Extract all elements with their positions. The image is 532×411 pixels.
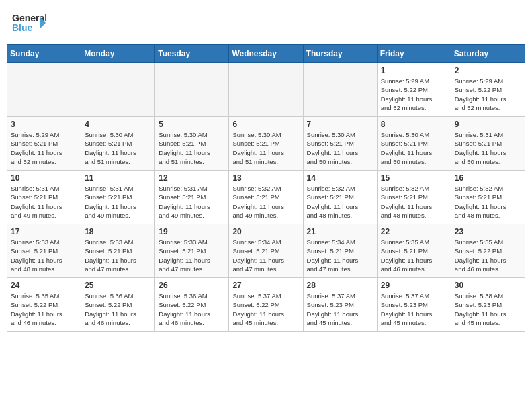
calendar-cell: 26Sunrise: 5:36 AMSunset: 5:22 PMDayligh…: [155, 278, 229, 332]
calendar-cell: 16Sunrise: 5:32 AMSunset: 5:21 PMDayligh…: [451, 171, 525, 224]
week-row-4: 17Sunrise: 5:33 AMSunset: 5:21 PMDayligh…: [7, 224, 525, 278]
day-number: 2: [455, 66, 521, 75]
calendar-cell: 2Sunrise: 5:29 AMSunset: 5:22 PMDaylight…: [451, 63, 525, 117]
calendar-cell: 29Sunrise: 5:37 AMSunset: 5:23 PMDayligh…: [377, 278, 451, 332]
calendar-cell: 15Sunrise: 5:32 AMSunset: 5:21 PMDayligh…: [377, 171, 451, 224]
calendar-cell: 8Sunrise: 5:30 AMSunset: 5:21 PMDaylight…: [377, 117, 451, 171]
svg-text:Blue: Blue: [12, 22, 33, 33]
day-info: Sunrise: 5:37 AMSunset: 5:22 PMDaylight:…: [232, 291, 299, 327]
calendar-cell: 9Sunrise: 5:31 AMSunset: 5:21 PMDaylight…: [451, 117, 525, 171]
day-info: Sunrise: 5:29 AMSunset: 5:22 PMDaylight:…: [455, 77, 521, 112]
day-info: Sunrise: 5:33 AMSunset: 5:21 PMDaylight:…: [85, 238, 151, 273]
day-info: Sunrise: 5:34 AMSunset: 5:21 PMDaylight:…: [307, 238, 373, 273]
day-number: 4: [85, 120, 151, 129]
calendar-cell: 18Sunrise: 5:33 AMSunset: 5:21 PMDayligh…: [81, 224, 155, 278]
day-info: Sunrise: 5:38 AMSunset: 5:23 PMDaylight:…: [455, 291, 521, 327]
day-info: Sunrise: 5:36 AMSunset: 5:22 PMDaylight:…: [85, 291, 151, 327]
weekday-header-sunday: Sunday: [7, 45, 81, 63]
day-info: Sunrise: 5:31 AMSunset: 5:21 PMDaylight:…: [11, 184, 77, 220]
logo-icon: General Blue: [12, 11, 46, 38]
day-info: Sunrise: 5:31 AMSunset: 5:21 PMDaylight:…: [85, 184, 151, 220]
calendar-cell: 27Sunrise: 5:37 AMSunset: 5:22 PMDayligh…: [229, 278, 303, 332]
day-info: Sunrise: 5:32 AMSunset: 5:21 PMDaylight:…: [232, 184, 299, 220]
weekday-header-tuesday: Tuesday: [155, 45, 229, 63]
page-header: General Blue: [7, 7, 525, 42]
calendar-cell: 10Sunrise: 5:31 AMSunset: 5:21 PMDayligh…: [7, 171, 81, 224]
calendar-cell: [303, 63, 377, 117]
day-number: 1: [381, 66, 447, 75]
day-number: 11: [85, 173, 151, 183]
day-info: Sunrise: 5:37 AMSunset: 5:23 PMDaylight:…: [381, 291, 447, 327]
calendar-cell: 19Sunrise: 5:33 AMSunset: 5:21 PMDayligh…: [155, 224, 229, 278]
day-info: Sunrise: 5:31 AMSunset: 5:21 PMDaylight:…: [159, 184, 225, 220]
calendar-cell: 21Sunrise: 5:34 AMSunset: 5:21 PMDayligh…: [303, 224, 377, 278]
day-info: Sunrise: 5:29 AMSunset: 5:21 PMDaylight:…: [11, 130, 77, 166]
calendar-cell: 22Sunrise: 5:35 AMSunset: 5:21 PMDayligh…: [377, 224, 451, 278]
day-info: Sunrise: 5:31 AMSunset: 5:21 PMDaylight:…: [455, 130, 521, 166]
day-info: Sunrise: 5:30 AMSunset: 5:21 PMDaylight:…: [381, 130, 447, 166]
weekday-header-thursday: Thursday: [303, 45, 377, 63]
day-number: 22: [381, 227, 447, 236]
calendar-cell: 7Sunrise: 5:30 AMSunset: 5:21 PMDaylight…: [303, 117, 377, 171]
week-row-5: 24Sunrise: 5:35 AMSunset: 5:22 PMDayligh…: [7, 278, 525, 332]
weekday-header-saturday: Saturday: [451, 45, 525, 63]
calendar-cell: 14Sunrise: 5:32 AMSunset: 5:21 PMDayligh…: [303, 171, 377, 224]
day-info: Sunrise: 5:32 AMSunset: 5:21 PMDaylight:…: [455, 184, 521, 220]
day-info: Sunrise: 5:36 AMSunset: 5:22 PMDaylight:…: [159, 291, 225, 327]
calendar-cell: 12Sunrise: 5:31 AMSunset: 5:21 PMDayligh…: [155, 171, 229, 224]
calendar-cell: 13Sunrise: 5:32 AMSunset: 5:21 PMDayligh…: [229, 171, 303, 224]
calendar-table: SundayMondayTuesdayWednesdayThursdayFrid…: [7, 44, 525, 332]
calendar-cell: 28Sunrise: 5:37 AMSunset: 5:23 PMDayligh…: [303, 278, 377, 332]
day-number: 19: [159, 227, 225, 236]
day-number: 29: [381, 281, 447, 290]
day-number: 28: [307, 281, 373, 290]
week-row-3: 10Sunrise: 5:31 AMSunset: 5:21 PMDayligh…: [7, 171, 525, 224]
day-info: Sunrise: 5:29 AMSunset: 5:22 PMDaylight:…: [381, 77, 447, 112]
day-number: 10: [11, 173, 77, 183]
calendar-cell: 3Sunrise: 5:29 AMSunset: 5:21 PMDaylight…: [7, 117, 81, 171]
calendar-cell: 20Sunrise: 5:34 AMSunset: 5:21 PMDayligh…: [229, 224, 303, 278]
day-info: Sunrise: 5:35 AMSunset: 5:22 PMDaylight:…: [11, 291, 77, 327]
day-number: 27: [232, 281, 299, 290]
day-number: 13: [232, 173, 299, 183]
day-info: Sunrise: 5:33 AMSunset: 5:21 PMDaylight:…: [11, 238, 77, 273]
day-number: 8: [381, 120, 447, 129]
day-number: 3: [11, 120, 77, 129]
day-number: 6: [232, 120, 299, 129]
day-number: 30: [455, 281, 521, 290]
day-number: 17: [11, 227, 77, 236]
logo: General Blue: [12, 11, 46, 38]
day-number: 20: [232, 227, 299, 236]
calendar-cell: [81, 63, 155, 117]
week-row-1: 1Sunrise: 5:29 AMSunset: 5:22 PMDaylight…: [7, 63, 525, 117]
weekday-header-wednesday: Wednesday: [229, 45, 303, 63]
day-number: 21: [307, 227, 373, 236]
day-info: Sunrise: 5:37 AMSunset: 5:23 PMDaylight:…: [307, 291, 373, 327]
day-info: Sunrise: 5:30 AMSunset: 5:21 PMDaylight:…: [307, 130, 373, 166]
day-info: Sunrise: 5:33 AMSunset: 5:21 PMDaylight:…: [159, 238, 225, 273]
calendar-cell: 11Sunrise: 5:31 AMSunset: 5:21 PMDayligh…: [81, 171, 155, 224]
day-info: Sunrise: 5:32 AMSunset: 5:21 PMDaylight:…: [381, 184, 447, 220]
day-number: 16: [455, 173, 521, 183]
day-number: 7: [307, 120, 373, 129]
day-number: 12: [159, 173, 225, 183]
day-number: 14: [307, 173, 373, 183]
day-info: Sunrise: 5:34 AMSunset: 5:21 PMDaylight:…: [232, 238, 299, 273]
calendar-cell: [229, 63, 303, 117]
calendar-cell: 17Sunrise: 5:33 AMSunset: 5:21 PMDayligh…: [7, 224, 81, 278]
day-number: 26: [159, 281, 225, 290]
day-number: 25: [85, 281, 151, 290]
day-number: 15: [381, 173, 447, 183]
day-info: Sunrise: 5:30 AMSunset: 5:21 PMDaylight:…: [159, 130, 225, 166]
day-info: Sunrise: 5:30 AMSunset: 5:21 PMDaylight:…: [232, 130, 299, 166]
calendar-cell: 5Sunrise: 5:30 AMSunset: 5:21 PMDaylight…: [155, 117, 229, 171]
day-info: Sunrise: 5:35 AMSunset: 5:22 PMDaylight:…: [455, 238, 521, 273]
calendar-cell: 1Sunrise: 5:29 AMSunset: 5:22 PMDaylight…: [377, 63, 451, 117]
day-info: Sunrise: 5:35 AMSunset: 5:21 PMDaylight:…: [381, 238, 447, 273]
calendar-cell: [7, 63, 81, 117]
calendar-cell: [155, 63, 229, 117]
day-number: 18: [85, 227, 151, 236]
weekday-header-friday: Friday: [377, 45, 451, 63]
weekday-header-row: SundayMondayTuesdayWednesdayThursdayFrid…: [7, 45, 525, 63]
day-number: 24: [11, 281, 77, 290]
